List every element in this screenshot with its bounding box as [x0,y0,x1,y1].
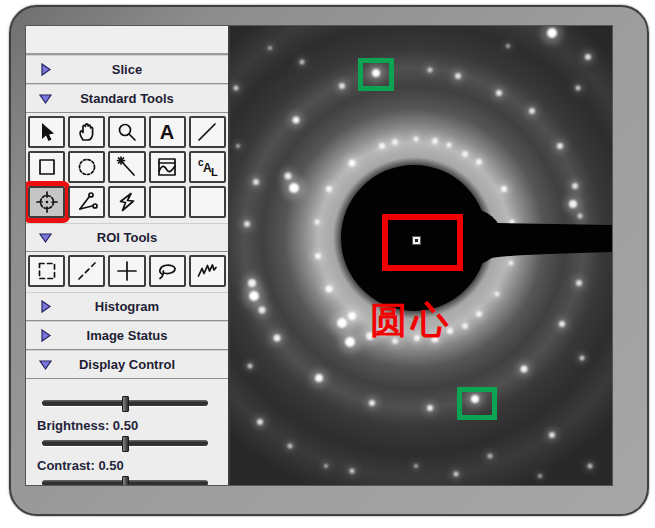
svg-text:A: A [160,121,174,143]
svg-text:L: L [211,166,218,178]
calibration-icon: cAL [195,155,219,179]
angle-icon [75,190,99,214]
standard-tools-grid: A cAL [26,113,228,223]
section-label: Histogram [26,299,228,314]
slider-thumb[interactable] [122,476,129,485]
freehand-icon [195,259,219,283]
tool-empty-slot [149,186,186,218]
slider-thumb[interactable] [122,396,129,412]
tool-palette: Slice Standard Tools A [26,26,230,485]
dashed-line-icon [75,259,99,283]
tool-freehand[interactable] [189,255,226,287]
tool-profile[interactable] [149,151,186,183]
target-icon [35,190,59,214]
ellipse-icon [75,155,99,179]
tool-marquee[interactable] [28,255,65,287]
window-content: Slice Standard Tools A [26,26,612,485]
tool-wand[interactable] [108,151,145,183]
tool-lightning[interactable] [108,186,145,218]
center-marker [412,236,421,245]
cross-icon [115,259,139,283]
magnifier-icon [115,120,139,144]
spot-annotation-box-top [358,58,394,91]
profile-icon [155,155,179,179]
marquee-icon [35,259,59,283]
slider-thumb[interactable] [122,436,129,452]
tool-pointer[interactable] [28,116,65,148]
pointer-icon [35,120,59,144]
lasso-icon [155,259,179,283]
tool-target[interactable] [28,186,65,218]
lightning-icon [115,190,139,214]
tool-calibration[interactable]: cAL [189,151,226,183]
contrast-label: Contrast: 0.50 [37,458,228,473]
brightness-slider[interactable] [42,437,208,449]
window-frame: Slice Standard Tools A [9,5,649,516]
spot-annotation-box-bottom [457,387,497,420]
section-label: Image Status [26,328,228,343]
roi-tools-grid [26,252,228,292]
line-icon [195,120,219,144]
section-label: Display Control [26,357,228,372]
tool-line[interactable] [189,116,226,148]
section-header-slice[interactable]: Slice [26,55,228,84]
center-annotation-box [382,214,463,271]
hand-icon [75,120,99,144]
section-header-histogram[interactable]: Histogram [26,292,228,321]
section-header-image-status[interactable]: Image Status [26,321,228,350]
rectangle-icon [35,155,59,179]
tool-text[interactable]: A [149,116,186,148]
tool-dashed-line[interactable] [68,255,105,287]
tool-ellipse[interactable] [68,151,105,183]
tool-cross[interactable] [108,255,145,287]
tool-angle[interactable] [68,186,105,218]
tool-lasso[interactable] [149,255,186,287]
gamma-slider[interactable] [42,397,208,409]
section-header-standard-tools[interactable]: Standard Tools [26,84,228,113]
diffraction-image[interactable]: 圆心 [230,26,612,485]
section-label: Slice [26,62,228,77]
section-label: Standard Tools [26,91,228,106]
tool-rectangle[interactable] [28,151,65,183]
section-header-display-control[interactable]: Display Control [26,350,228,379]
brightness-label: Brightness: 0.50 [37,418,228,433]
tool-zoom[interactable] [108,116,145,148]
display-control-panel: Brightness: 0.50 Contrast: 0.50 [26,379,228,485]
center-label: 圆心 [370,296,452,346]
palette-title-bar [26,26,228,55]
section-header-roi-tools[interactable]: ROI Tools [26,223,228,252]
contrast-slider[interactable] [42,477,208,485]
tool-hand[interactable] [68,116,105,148]
section-label: ROI Tools [26,230,228,245]
text-icon: A [155,120,179,144]
wand-icon [115,155,139,179]
tool-empty-slot [189,186,226,218]
